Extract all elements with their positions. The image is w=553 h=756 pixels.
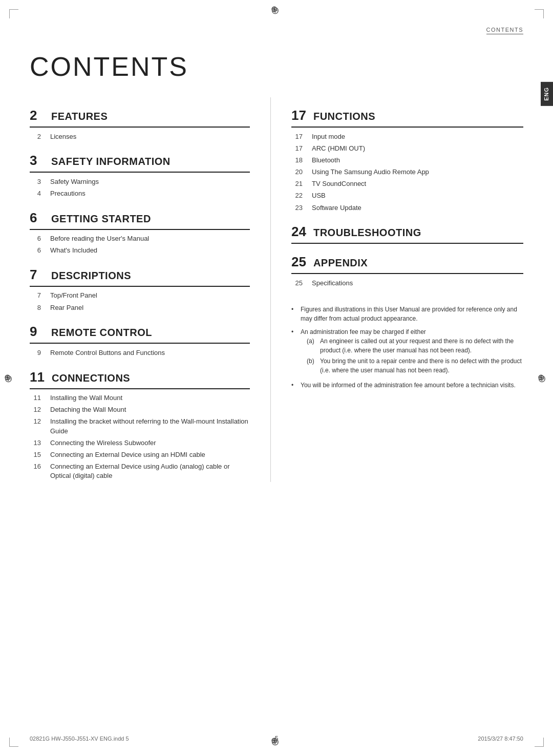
toc-num: 3 <box>30 177 41 186</box>
toc-item-specifications: 25 Specifications <box>291 277 523 289</box>
toc-text: Precautions <box>50 189 250 198</box>
section-features-heading: 2 FEATURES <box>30 108 250 128</box>
toc-text: ARC (HDMI OUT) <box>312 144 523 153</box>
section-remote-control-heading: 9 REMOTE CONTROL <box>30 324 250 344</box>
note-item-admin-amount: • You will be informed of the administra… <box>291 381 523 390</box>
left-column: 2 FEATURES 2 Licenses 3 SAFETY INFORMATI… <box>30 97 250 482</box>
toc-num: 17 <box>291 132 303 141</box>
toc-text: Before reading the User's Manual <box>50 234 250 243</box>
section-getting-started-heading: 6 GETTING STARTED <box>30 210 250 230</box>
toc-text: Licenses <box>50 132 250 141</box>
toc-item-input-mode: 17 Input mode <box>291 131 523 142</box>
content-area: CONTENTS 2 FEATURES 2 Licenses 3 SAFETY … <box>30 46 523 720</box>
section-functions-num: 17 <box>291 108 306 123</box>
toc-num: 6 <box>30 246 41 255</box>
toc-text: Installing the Wall Mount <box>50 393 250 403</box>
section-appendix-num: 25 <box>291 254 306 270</box>
target-mark-right: ⊕ <box>538 372 549 384</box>
toc-item-wireless-subwoofer: 13 Connecting the Wireless Subwoofer <box>30 437 250 449</box>
section-appendix-title: APPENDIX <box>313 257 368 269</box>
note-content: An administration fee may be charged if … <box>301 327 523 376</box>
section-descriptions-heading: 7 DESCRIPTIONS <box>30 267 250 287</box>
toc-text: Input mode <box>312 132 523 141</box>
page-title: CONTENTS <box>30 51 523 82</box>
target-mark-top: ⊕ <box>271 4 282 15</box>
section-functions-title: FUNCTIONS <box>313 111 375 122</box>
toc-num: 15 <box>30 450 41 459</box>
toc-text: Bluetooth <box>312 156 523 165</box>
section-safety-heading: 3 SAFETY INFORMATION <box>30 153 250 173</box>
toc-text: Rear Panel <box>50 303 250 312</box>
corner-mark-bl <box>9 738 18 747</box>
toc-item-installing-wall-mount: 11 Installing the Wall Mount <box>30 392 250 404</box>
toc-num: 22 <box>291 191 303 200</box>
note-sub-text-b: You bring the unit to a repair centre an… <box>320 356 523 375</box>
toc-item-remote-buttons: 9 Remote Control Buttons and Functions <box>30 347 250 359</box>
toc-text: Connecting an External Device using Audi… <box>50 462 250 480</box>
toc-num: 23 <box>291 203 303 213</box>
section-remote-control-num: 9 <box>30 324 44 340</box>
toc-num: 6 <box>30 234 41 243</box>
toc-text: Specifications <box>312 279 523 288</box>
toc-text: Remote Control Buttons and Functions <box>50 348 250 358</box>
toc-num: 21 <box>291 179 303 188</box>
section-safety-num: 3 <box>30 153 44 169</box>
note-sub-items: (a) An engineer is called out at your re… <box>307 337 523 375</box>
footer-page-num: 5 <box>275 735 279 742</box>
section-appendix-heading: 25 APPENDIX <box>291 254 523 274</box>
corner-mark-tl <box>9 9 18 18</box>
toc-item-rear-panel: 8 Rear Panel <box>30 302 250 313</box>
toc-num: 11 <box>30 393 41 403</box>
language-tab: ENG <box>541 82 553 106</box>
toc-item-samsung-app: 20 Using The Samsung Audio Remote App <box>291 166 523 178</box>
toc-item-arc-hdmi: 17 ARC (HDMI OUT) <box>291 142 523 154</box>
toc-num: 12 <box>30 417 41 435</box>
section-descriptions-title: DESCRIPTIONS <box>51 270 131 282</box>
toc-num: 8 <box>30 303 41 312</box>
toc-item-audio-cable: 16 Connecting an External Device using A… <box>30 461 250 482</box>
section-troubleshooting-num: 24 <box>291 224 306 240</box>
note-bullet: • <box>291 327 296 376</box>
header-section-label: CONTENTS <box>486 27 524 34</box>
toc-num: 18 <box>291 156 303 165</box>
section-features-num: 2 <box>30 108 44 123</box>
corner-mark-tr <box>535 9 544 18</box>
toc-item-usb: 22 USB <box>291 190 523 202</box>
section-descriptions-num: 7 <box>30 267 44 283</box>
toc-num: 2 <box>30 132 41 141</box>
section-connections-num: 11 <box>30 369 45 385</box>
toc-num: 13 <box>30 438 41 448</box>
toc-text: USB <box>312 191 523 200</box>
toc-num: 17 <box>291 144 303 153</box>
toc-text: Detaching the Wall Mount <box>50 405 250 414</box>
toc-item-licenses: 2 Licenses <box>30 131 250 142</box>
section-features-title: FEATURES <box>51 111 108 122</box>
section-functions-heading: 17 FUNCTIONS <box>291 108 523 128</box>
note-item-admin-fee: • An administration fee may be charged i… <box>291 327 523 376</box>
section-connections-heading: 11 CONNECTIONS <box>30 369 250 389</box>
toc-num: 16 <box>30 462 41 480</box>
toc-num: 25 <box>291 279 303 288</box>
section-remote-control-title: REMOTE CONTROL <box>51 327 152 339</box>
section-troubleshooting-title: TROUBLESHOOTING <box>313 227 421 239</box>
toc-text: Top/Front Panel <box>50 291 250 300</box>
note-sub-text-a: An engineer is called out at your reques… <box>320 337 523 355</box>
toc-item-safety-warnings: 3 Safety Warnings <box>30 176 250 187</box>
note-bullet: • <box>291 381 296 390</box>
corner-mark-br <box>535 738 544 747</box>
toc-num: 7 <box>30 291 41 300</box>
toc-text: TV SoundConnect <box>312 179 523 188</box>
toc-text: Connecting the Wireless Subwoofer <box>50 438 250 448</box>
footer-right-text: 2015/3/27 8:47:50 <box>478 736 523 742</box>
toc-text: Software Update <box>312 203 523 213</box>
toc-num: 12 <box>30 405 41 414</box>
page: ⊕ ⊕ ⊕ ⊕ CONTENTS ENG CONTENTS 2 FEATURES… <box>0 0 553 756</box>
section-getting-started-title: GETTING STARTED <box>51 213 151 225</box>
toc-num: 20 <box>291 167 303 177</box>
right-column: 17 FUNCTIONS 17 Input mode 17 ARC (HDMI … <box>270 97 523 482</box>
toc-item-whats-included: 6 What's Included <box>30 245 250 257</box>
section-connections-title: CONNECTIONS <box>52 372 130 384</box>
toc-item-software-update: 23 Software Update <box>291 202 523 214</box>
section-troubleshooting-heading: 24 TROUBLESHOOTING <box>291 224 523 244</box>
toc-num: 9 <box>30 348 41 358</box>
